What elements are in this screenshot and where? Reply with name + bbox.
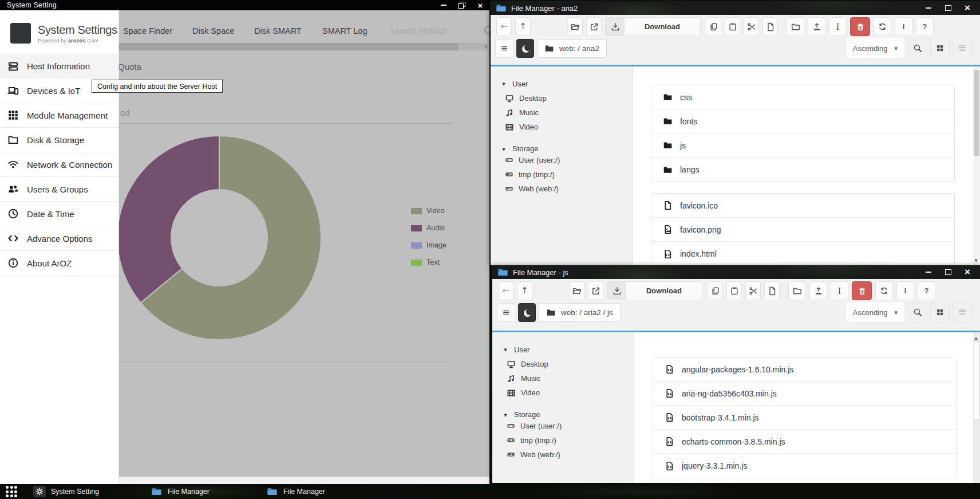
scrollbar-thumb[interactable] [974, 70, 979, 156]
tree-item-user-user-[interactable]: User (user:/) [492, 419, 634, 433]
file-row[interactable]: bootstrap-3.4.1.min.js [653, 406, 956, 430]
caret-down-icon[interactable]: ▾ [500, 146, 508, 153]
legend-item-audio[interactable]: Audio [411, 225, 446, 231]
cut-button[interactable] [745, 281, 761, 300]
tree-item-tmp-tmp-[interactable]: tmp (tmp:/) [492, 433, 634, 447]
app-launcher-icon[interactable] [6, 486, 21, 497]
tree-section-storage[interactable]: ▾Storage [492, 400, 634, 419]
new-file-button[interactable] [764, 281, 780, 300]
tab-smart-log[interactable]: SMART Log [322, 26, 367, 36]
sidebar-item-users-groups[interactable]: Users & Groups [0, 177, 118, 202]
delete-button[interactable] [850, 17, 870, 36]
new-file-button[interactable] [762, 17, 778, 36]
breadcrumb[interactable]: web: / aria2 [537, 39, 607, 58]
up-button[interactable]: ↑ [517, 281, 532, 300]
delete-button[interactable] [852, 281, 872, 300]
system-settings-titlebar[interactable]: System Setting × [0, 0, 489, 10]
close-button[interactable]: × [963, 268, 972, 276]
file-manager-titlebar[interactable]: File Manager - aria2 × [491, 1, 980, 15]
help-button[interactable]: ? [916, 17, 934, 36]
tab-disk-smart[interactable]: Disk SMART [254, 26, 302, 36]
taskbar-item-system-setting[interactable]: System Setting [33, 484, 99, 499]
list-view-button[interactable] [953, 302, 972, 323]
paste-button[interactable] [725, 17, 740, 36]
tree-item-video[interactable]: Video [491, 120, 632, 134]
scrollbar-thumb[interactable] [119, 43, 458, 50]
restore-button[interactable] [457, 1, 467, 9]
file-row[interactable]: echarts-common-3.8.5.min.js [653, 430, 956, 454]
file-row[interactable]: index.html [651, 242, 954, 265]
file-manager-titlebar[interactable]: File Manager - js × [492, 265, 980, 279]
close-button[interactable]: × [476, 1, 485, 9]
sidebar-item-host-information[interactable]: Host Information [0, 54, 118, 78]
search-button[interactable] [908, 38, 927, 58]
tab-disk-space[interactable]: Disk Space [192, 26, 234, 36]
info-button[interactable]: i [895, 17, 912, 36]
refresh-button[interactable] [875, 281, 893, 300]
menu-button[interactable]: ≡ [497, 303, 515, 322]
caret-down-icon[interactable]: ▾ [500, 80, 508, 88]
external-link-button[interactable] [586, 17, 602, 36]
scrollbar-thumb[interactable] [974, 341, 979, 419]
legend-item-image[interactable]: Image [411, 242, 446, 249]
taskbar-item-file-manager[interactable]: File Manager [266, 484, 325, 499]
refresh-button[interactable] [874, 17, 891, 36]
caret-down-icon[interactable]: ▾ [501, 411, 509, 419]
tree-item-user-user-[interactable]: User (user:/) [491, 153, 632, 167]
dark-mode-button[interactable] [516, 39, 534, 58]
external-link-button[interactable] [588, 281, 603, 300]
dark-mode-button[interactable] [518, 303, 536, 322]
file-row[interactable]: jquery-3.3.1.min.js [653, 454, 956, 478]
file-row[interactable]: js [651, 133, 954, 158]
sidebar-item-about-aroz[interactable]: About ArOZ [0, 251, 118, 276]
new-folder-button[interactable] [787, 17, 804, 36]
vertical-scrollbar[interactable]: ▴ [973, 332, 980, 483]
help-button[interactable]: ? [918, 281, 935, 300]
file-row[interactable]: css [651, 85, 954, 109]
tree-item-desktop[interactable]: Desktop [491, 91, 632, 105]
legend-item-video[interactable]: Video [411, 207, 446, 214]
minimize-button[interactable] [924, 4, 933, 12]
rename-button[interactable]: I [829, 17, 847, 36]
close-button[interactable]: × [963, 4, 972, 12]
open-folder-button[interactable] [567, 17, 583, 36]
tree-item-web-web-[interactable]: Web (web:/) [492, 447, 634, 462]
tree-section-storage[interactable]: ▾Storage [491, 134, 632, 153]
sidebar-item-date-time[interactable]: Date & Time [0, 202, 118, 226]
sidebar-item-network-connection[interactable]: Network & Connection [0, 152, 118, 177]
breadcrumb[interactable]: web: / aria2 / js [539, 303, 621, 322]
sidebar-item-disk-storage[interactable]: Disk & Storage [0, 128, 118, 152]
file-row[interactable]: favicon.ico [651, 194, 954, 218]
maximize-button[interactable] [943, 268, 953, 276]
file-row[interactable]: fonts [651, 109, 954, 133]
tree-item-music[interactable]: Music [492, 371, 634, 386]
sidebar-item-advance-options[interactable]: Advance Options [0, 226, 118, 251]
copy-button[interactable] [706, 17, 721, 36]
sort-order-dropdown[interactable]: Ascending▾ [845, 302, 905, 323]
tree-item-video[interactable]: Video [492, 386, 634, 400]
cut-button[interactable] [744, 17, 759, 36]
upload-button[interactable] [808, 17, 825, 36]
minimize-button[interactable] [924, 268, 933, 276]
rename-button[interactable]: I [831, 281, 848, 300]
minimize-button[interactable] [439, 1, 448, 9]
file-row[interactable]: favicon.png [651, 218, 954, 242]
scroll-down-icon[interactable]: ▾ [972, 257, 980, 264]
download-button[interactable]: Download [605, 17, 701, 36]
sidebar-item-module-management[interactable]: Module Management [0, 103, 118, 128]
back-button[interactable]: ← [498, 281, 513, 300]
file-row[interactable]: aria-ng-da5356c403.min.js [653, 382, 956, 406]
up-button[interactable]: ↑ [515, 17, 531, 36]
new-folder-button[interactable] [788, 281, 806, 300]
maximize-button[interactable] [943, 4, 953, 12]
taskbar-item-file-manager[interactable]: File Manager [150, 484, 210, 499]
caret-down-icon[interactable]: ▾ [501, 346, 509, 353]
legend-item-text[interactable]: Text [411, 259, 446, 266]
download-button[interactable]: Download [607, 281, 702, 300]
file-row[interactable]: angular-packages-1.6.10.min.js [653, 357, 956, 382]
tree-item-desktop[interactable]: Desktop [492, 357, 634, 371]
settings-search-input[interactable]: Search Settings... [389, 26, 455, 36]
tree-section-user[interactable]: ▾User [492, 343, 634, 357]
grid-view-button[interactable] [930, 302, 950, 323]
search-button[interactable] [908, 302, 927, 323]
